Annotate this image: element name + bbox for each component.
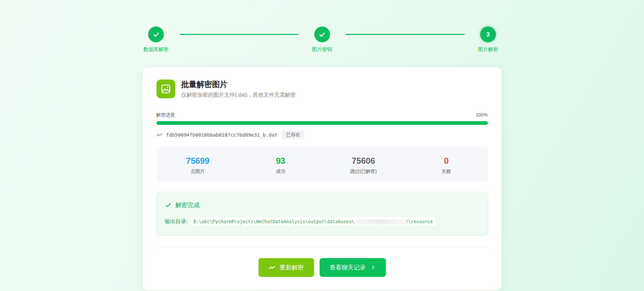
output-path: D:\abc\PycharmProjects\WeChatDataAnalysi… (190, 217, 436, 226)
divider (156, 247, 488, 247)
stat-success-value: 93 (239, 156, 322, 166)
stat-skipped: 75606 跳过(已解密) (322, 156, 405, 175)
step-3-label: 图片解密 (478, 46, 498, 53)
wave-icon (269, 265, 275, 270)
step-2-label: 图片密钥 (312, 46, 332, 53)
output-path-prefix: D:\abc\PycharmProjects\WeChatDataAnalysi… (193, 219, 355, 224)
stat-failed-value: 0 (405, 156, 488, 166)
stepper-connector (346, 34, 465, 35)
decrypt-card: 批量解密图片 仅解密加密的图片文件(.dat)，其他文件无需解密 解密进度 10… (143, 67, 502, 290)
page: 数据库解密 图片密钥 3 图片解密 (143, 0, 502, 290)
stat-success: 93 成功 (239, 156, 322, 175)
output-path-suffix: !\resource (406, 219, 433, 224)
step-image-key: 图片密钥 (309, 27, 335, 53)
redacted-segment (355, 219, 405, 224)
card-subtitle: 仅解密加密的图片文件(.dat)，其他文件无需解密 (181, 92, 296, 99)
stats-panel: 75699 总图片 93 成功 75606 跳过(已解密) 0 失败 (156, 147, 488, 182)
view-chat-button[interactable]: 查看聊天记录 (320, 258, 386, 277)
step-image-decrypt: 3 图片解密 (475, 27, 502, 53)
step-2-circle (314, 27, 330, 42)
step-database-decrypt: 数据库解密 (143, 27, 170, 53)
current-file-name: fdb50694fb0010bbab8187cc7bd09e31_b.dat (166, 132, 278, 138)
progress-percent: 100% (476, 112, 488, 118)
chevron-right-icon (370, 265, 376, 270)
result-head: 解密完成 (165, 201, 479, 209)
card-header-text: 批量解密图片 仅解密加密的图片文件(.dat)，其他文件无需解密 (181, 79, 296, 99)
check-icon (165, 202, 172, 208)
view-chat-label: 查看聊天记录 (330, 263, 366, 272)
step-1-circle (148, 27, 164, 42)
stat-total-value: 75699 (156, 156, 239, 166)
file-status-badge: 已存在 (282, 131, 304, 139)
check-icon (318, 31, 326, 38)
check-icon (152, 31, 160, 38)
result-title: 解密完成 (176, 201, 200, 209)
result-box: 解密完成 输出目录: D:\abc\PycharmProjects\WeChat… (156, 192, 488, 236)
step-3-circle: 3 (480, 27, 496, 42)
image-icon (156, 80, 175, 98)
actions: 重新解密 查看聊天记录 (156, 258, 488, 277)
card-header: 批量解密图片 仅解密加密的图片文件(.dat)，其他文件无需解密 (156, 79, 488, 99)
progress-section: 解密进度 100% (156, 112, 488, 125)
card-title: 批量解密图片 (181, 79, 296, 90)
stat-failed-label: 失败 (405, 168, 488, 175)
progress-label: 解密进度 (156, 112, 175, 118)
result-output-row: 输出目录: D:\abc\PycharmProjects\WeChatDataA… (165, 217, 479, 226)
wave-icon (156, 133, 163, 137)
step-1-label: 数据库解密 (143, 46, 169, 53)
output-dir-label: 输出目录: (165, 218, 188, 225)
stepper-connector (180, 34, 299, 35)
progress-fill (156, 121, 488, 125)
stat-skipped-label: 跳过(已解密) (322, 168, 405, 175)
redo-decrypt-label: 重新解密 (280, 263, 304, 272)
stat-failed: 0 失败 (405, 156, 488, 175)
progress-row: 解密进度 100% (156, 112, 488, 118)
progress-bar (156, 121, 488, 125)
stepper: 数据库解密 图片密钥 3 图片解密 (143, 0, 502, 53)
stat-success-label: 成功 (239, 168, 322, 175)
stat-total: 75699 总图片 (156, 156, 239, 175)
current-file-row: fdb50694fb0010bbab8187cc7bd09e31_b.dat 已… (156, 131, 488, 139)
stat-total-label: 总图片 (156, 168, 239, 175)
stat-skipped-value: 75606 (322, 156, 405, 166)
redo-decrypt-button[interactable]: 重新解密 (259, 258, 314, 277)
